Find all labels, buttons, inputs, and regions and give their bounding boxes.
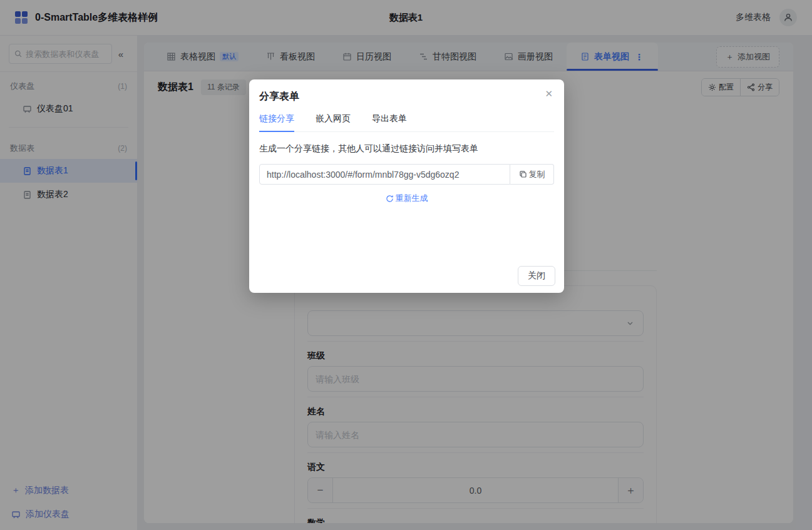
copy-button[interactable]: 复制 [510, 164, 554, 185]
modal-title: 分享表单 [259, 89, 554, 103]
regenerate-link[interactable]: 重新生成 [386, 193, 428, 204]
copy-icon [519, 170, 527, 178]
modal-tabs: 链接分享 嵌入网页 导出表单 [259, 113, 554, 132]
share-form-modal: 分享表单 ✕ 链接分享 嵌入网页 导出表单 生成一个分享链接，其他人可以通过链接… [249, 79, 564, 293]
close-icon[interactable]: ✕ [545, 89, 553, 98]
tab-link-share[interactable]: 链接分享 [259, 113, 294, 132]
share-url-input[interactable] [259, 164, 510, 185]
share-description: 生成一个分享链接，其他人可以通过链接访问并填写表单 [259, 142, 554, 155]
close-button[interactable]: 关闭 [518, 266, 555, 286]
tab-embed-web[interactable]: 嵌入网页 [316, 113, 351, 132]
refresh-icon [386, 195, 394, 203]
tab-export-form[interactable]: 导出表单 [372, 113, 407, 132]
share-url-group: 复制 [259, 164, 554, 185]
